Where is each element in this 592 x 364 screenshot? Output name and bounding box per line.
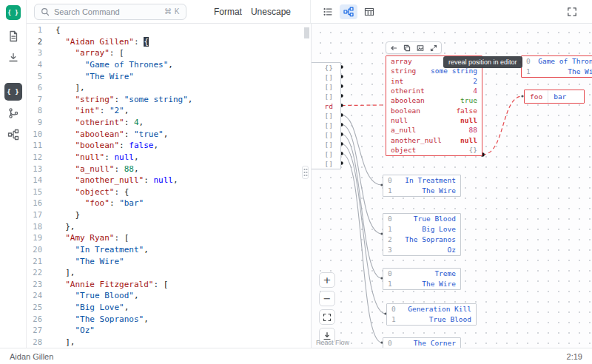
node-key: object <box>391 145 416 155</box>
node-row[interactable]: 3Oz <box>383 245 460 255</box>
root-node-fragment[interactable]: {}[][][]rd[][][][][][] <box>311 62 341 169</box>
code-line[interactable]: "a_null": 88, <box>56 164 311 175</box>
merge-view-button[interactable] <box>4 104 22 122</box>
code-line[interactable]: "null": null, <box>56 152 311 164</box>
token: : [ <box>153 280 168 289</box>
expand-node-button[interactable] <box>427 42 440 53</box>
node-row[interactable]: 1Big Love <box>383 224 460 235</box>
node-row[interactable]: nullnull <box>386 115 482 125</box>
node-array-amy-ryan[interactable]: 0In Treatment1The Wire <box>383 175 461 197</box>
reveal-in-editor-button[interactable] <box>387 42 400 53</box>
node-array-anwan-glover[interactable]: 0Treme1The Wire <box>383 268 461 290</box>
code-line[interactable]: } <box>56 209 311 221</box>
node-row[interactable]: 0In Treatment <box>383 175 460 186</box>
line-number: 21 <box>27 256 49 268</box>
code-line[interactable]: ], <box>56 82 311 94</box>
node-key: boolean <box>391 106 420 115</box>
node-row[interactable]: 1The Wire <box>383 279 460 289</box>
editor-code[interactable]: { "Aidan Gillen": { "array": [ "Game of … <box>49 24 311 348</box>
row-index: 0 <box>526 56 532 67</box>
grid-view-button[interactable] <box>360 4 378 19</box>
node-image-button[interactable] <box>414 42 427 53</box>
tree-view-button[interactable] <box>319 4 337 19</box>
node-row[interactable]: int2 <box>386 76 482 86</box>
token: "Big Love" <box>75 303 124 312</box>
node-row[interactable]: 0True Blood <box>383 214 460 224</box>
node-row[interactable]: 2The Sopranos <box>383 235 460 245</box>
code-line[interactable]: ], <box>56 337 311 348</box>
code-line[interactable]: { <box>56 24 311 36</box>
code-line[interactable]: ], <box>56 267 311 279</box>
code-line[interactable]: "The Wire" <box>56 256 311 268</box>
fit-view-button[interactable] <box>319 309 335 325</box>
unescape-button[interactable]: Unescape <box>249 5 292 18</box>
code-line[interactable]: "The Sopranos", <box>56 314 311 326</box>
token <box>56 257 75 266</box>
node-value: 88 <box>469 125 477 135</box>
code-line[interactable]: "object": { <box>56 186 311 198</box>
code-line[interactable]: "string": "some string", <box>56 94 311 106</box>
pane-resize-handle[interactable] <box>302 166 309 179</box>
node-row[interactable]: 1True Blood <box>387 314 476 325</box>
node-array-aidan[interactable]: 0Game of Thrones1The Wire <box>521 55 592 78</box>
node-object-foo[interactable]: foo bar <box>524 90 585 104</box>
flow-nodes-button[interactable] <box>4 126 22 144</box>
flow-view-button[interactable] <box>340 4 357 19</box>
row-value: The Corner <box>398 338 456 348</box>
code-line[interactable]: "Amy Ryan": [ <box>56 232 311 244</box>
file-button[interactable] <box>4 27 22 45</box>
code-line[interactable]: "another_null": null, <box>56 175 311 186</box>
code-line[interactable]: "True Blood", <box>56 290 311 302</box>
status-cursor-position[interactable]: 2:19 <box>567 352 582 361</box>
code-line[interactable]: "Oz" <box>56 325 311 337</box>
code-line[interactable]: "Aidan Gillen": { <box>56 36 311 48</box>
code-line[interactable]: "Game of Thrones", <box>56 59 311 71</box>
token <box>56 164 75 174</box>
node-array-annie-fitzgerald[interactable]: 0True Blood1Big Love2The Sopranos3Oz <box>383 213 461 256</box>
node-row[interactable]: a_null88 <box>386 125 482 135</box>
token: ], <box>56 337 75 347</box>
token: null <box>115 152 135 162</box>
code-line[interactable]: "int": "2", <box>56 105 311 117</box>
code-line[interactable]: "Big Love", <box>56 302 311 314</box>
node-row[interactable]: object{} <box>386 145 482 155</box>
code-line[interactable]: "The Wire" <box>56 71 311 83</box>
node-array-alexander-skarsgard[interactable]: 0Generation Kill1True Blood <box>386 303 477 326</box>
node-row[interactable]: 1The Wire <box>383 186 460 196</box>
node-row[interactable]: another_nullnull <box>386 135 482 145</box>
format-button[interactable]: Format <box>212 5 243 18</box>
copy-node-button[interactable] <box>400 42 414 53</box>
node-row[interactable]: otherint4 <box>386 86 482 95</box>
code-line[interactable]: }, <box>56 221 311 233</box>
graph-canvas[interactable]: {}[][][]rd[][][][][][] arraystringsome s… <box>311 24 592 348</box>
editor-scrollbar[interactable] <box>304 27 309 38</box>
node-row[interactable]: 0Generation Kill <box>387 304 476 314</box>
selected-node[interactable]: arraystringsome stringint2otherint4abool… <box>386 55 482 156</box>
zoom-in-button[interactable]: + <box>319 272 335 288</box>
node-value: null <box>460 115 477 125</box>
fullscreen-button[interactable] <box>564 4 580 20</box>
code-line[interactable]: "In Treatment", <box>56 244 311 256</box>
node-row[interactable]: 0The Corner <box>383 338 460 348</box>
node-row[interactable]: 0Treme <box>383 269 460 279</box>
download-button[interactable] <box>4 49 22 67</box>
code-line[interactable]: "Annie Fitzgerald": [ <box>56 279 311 291</box>
code-line[interactable]: "aboolean": "true", <box>56 129 311 141</box>
node-key: another_null <box>391 135 442 145</box>
code-line[interactable]: "otherint": 4, <box>56 117 311 129</box>
zoom-out-button[interactable]: − <box>319 291 335 306</box>
code-line[interactable]: "foo": "bar" <box>56 198 311 209</box>
node-row[interactable]: booleanfalse <box>386 106 482 115</box>
node-array-alice-farmer[interactable]: 0The Corner <box>383 337 461 348</box>
token: "Amy Ryan" <box>65 233 114 243</box>
search-command-input[interactable]: Search Command ⌘ K <box>34 4 186 20</box>
app-logo[interactable]: { } <box>6 5 21 20</box>
token: , <box>134 291 139 300</box>
code-line[interactable]: "boolean": false, <box>56 140 311 152</box>
node-row[interactable]: 1The Wire <box>522 67 592 77</box>
json-editor[interactable]: 1234567891011121314151617181920212223242… <box>27 24 311 348</box>
json-editor-button[interactable]: { } <box>4 83 22 101</box>
code-line[interactable]: "array": [ <box>56 47 311 59</box>
node-row[interactable]: abooleantrue <box>386 95 482 105</box>
node-row[interactable]: 0Game of Thrones <box>522 56 592 67</box>
